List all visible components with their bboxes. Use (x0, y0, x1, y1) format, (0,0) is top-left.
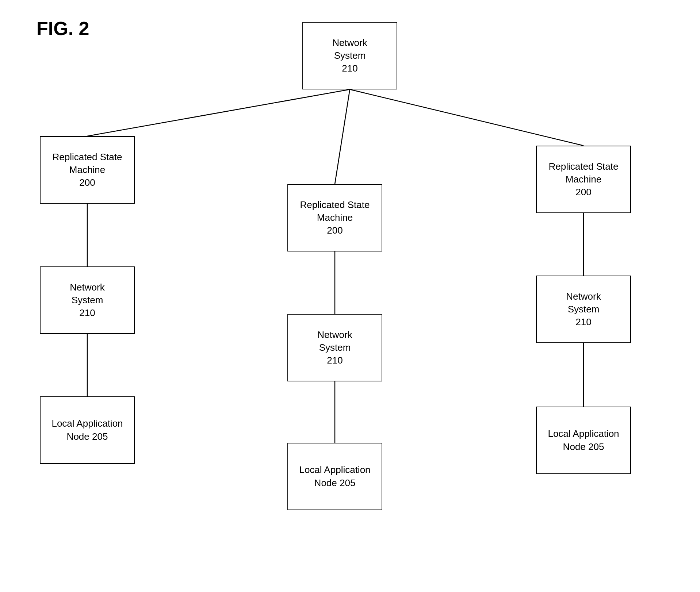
lan-right: Local Application Node 205 (536, 407, 631, 474)
lan-left: Local Application Node 205 (40, 396, 135, 464)
network-system-top: Network System 210 (302, 22, 397, 89)
ns-left-label: Network System 210 (70, 281, 104, 319)
lan-center-label: Local Application Node 205 (299, 464, 370, 489)
figure-label: FIG. 2 (37, 18, 89, 39)
network-system-center: Network System 210 (287, 314, 382, 381)
ns-center-label: Network System 210 (317, 328, 352, 367)
rsm-center: Replicated State Machine 200 (287, 184, 382, 251)
svg-line-1 (335, 89, 350, 184)
lan-center: Local Application Node 205 (287, 443, 382, 510)
svg-line-2 (350, 89, 584, 146)
svg-line-0 (87, 89, 350, 136)
rsm-left: Replicated State Machine 200 (40, 136, 135, 204)
rsm-right: Replicated State Machine 200 (536, 146, 631, 213)
network-system-left: Network System 210 (40, 266, 135, 334)
rsm-right-label: Replicated State Machine 200 (549, 160, 619, 199)
rsm-center-label: Replicated State Machine 200 (300, 199, 370, 237)
network-system-top-label: Network System 210 (332, 36, 367, 75)
network-system-right: Network System 210 (536, 276, 631, 343)
lan-right-label: Local Application Node 205 (548, 427, 619, 453)
lan-left-label: Local Application Node 205 (51, 417, 123, 443)
rsm-left-label: Replicated State Machine 200 (53, 151, 122, 189)
ns-right-label: Network System 210 (566, 290, 601, 328)
